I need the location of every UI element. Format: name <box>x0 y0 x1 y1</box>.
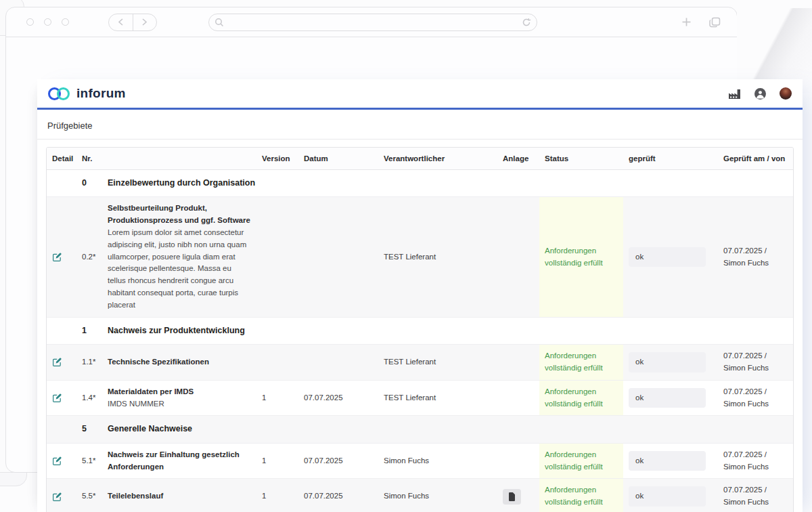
group-row: 5 Generelle Nachweise <box>47 416 794 443</box>
geprueft-input[interactable]: ok <box>629 388 706 408</box>
new-tab-button[interactable] <box>681 17 692 27</box>
status-badge: Anforderungen vollständig erfüllt <box>539 197 623 317</box>
user-icon[interactable] <box>754 88 766 100</box>
logo-text: inforum <box>76 86 126 101</box>
status-badge: Anforderungen vollständig erfüllt <box>539 479 623 512</box>
row-title: Technische Spezifikationen <box>108 356 251 368</box>
col-nr: Nr. <box>76 148 102 170</box>
row-description: IMDS NUMMER <box>108 398 251 410</box>
table-row: 1.4* Materialdaten per IMDS IMDS NUMMER … <box>47 380 794 416</box>
col-geprueft: geprüft <box>623 148 718 170</box>
geprueft-input[interactable]: ok <box>629 451 706 471</box>
col-verantwortlicher: Verantwortlicher <box>378 148 497 170</box>
col-geprueft-am-von: Geprüft am / von <box>718 148 794 170</box>
maximize-window-icon[interactable] <box>62 18 69 26</box>
verantwortlicher-cell: Simon Fuchs <box>378 479 497 512</box>
verantwortlicher-cell: TEST Lieferant <box>378 345 497 381</box>
verantwortlicher-cell: TEST Lieferant <box>378 380 497 416</box>
window-controls[interactable] <box>26 18 69 26</box>
col-status: Status <box>539 148 623 170</box>
status-badge: Anforderungen vollständig erfüllt <box>539 443 623 479</box>
app-header: inforum <box>37 79 803 110</box>
table-header-row: Detail Nr. Version Datum Verantwortliche… <box>47 148 794 170</box>
browser-toolbar <box>6 7 737 37</box>
group-row: 0 Einzelbewertung durch Organisation <box>47 170 794 197</box>
col-datum: Datum <box>298 148 378 170</box>
row-title: Nachweis zur Einhaltung gesetzlich Anfor… <box>108 449 251 473</box>
logo-infinity-icon <box>57 87 70 100</box>
search-icon <box>215 18 224 27</box>
pruefgebiete-section-title: Prüfgebiete <box>37 110 803 140</box>
table-row: 5.5* Teilelebenslauf 1 07.07.2025 Simon … <box>47 479 794 512</box>
col-version: Version <box>256 148 298 170</box>
avatar[interactable] <box>780 87 792 100</box>
row-description: Lorem ipsum dolor sit amet consectetur a… <box>108 227 251 312</box>
col-anlage: Anlage <box>497 148 539 170</box>
inforum-logo[interactable]: inforum <box>48 86 126 101</box>
row-title: Teilelebenslauf <box>108 490 251 503</box>
geprueft-am-von-cell: 07.07.2025 / Simon Fuchs <box>718 479 794 512</box>
geprueft-input[interactable]: ok <box>629 352 706 372</box>
close-window-icon[interactable] <box>26 18 34 26</box>
row-title: Selbstbeurteilung Produkt, Produktionspr… <box>108 202 251 227</box>
reload-icon[interactable] <box>522 18 531 27</box>
status-badge: Anforderungen vollständig erfüllt <box>539 345 623 381</box>
table-row: 0.2* Selbstbeurteilung Produkt, Produkti… <box>47 197 794 317</box>
detail-edit-button[interactable] <box>52 357 62 367</box>
document-icon <box>509 492 516 501</box>
row-title: Materialdaten per IMDS <box>108 386 251 398</box>
geprueft-am-von-cell: 07.07.2025 / Simon Fuchs <box>718 443 794 479</box>
verantwortlicher-cell: TEST Lieferant <box>378 197 497 317</box>
pruefgebiete-table: Detail Nr. Version Datum Verantwortliche… <box>46 147 794 512</box>
table-row: 5.1* Nachweis zur Einhaltung gesetzlich … <box>47 443 794 479</box>
geprueft-am-von-cell: 07.07.2025 / Simon Fuchs <box>718 380 794 416</box>
geprueft-input[interactable]: ok <box>629 486 706 507</box>
tabs-overview-button[interactable] <box>709 17 721 28</box>
detail-edit-button[interactable] <box>52 252 62 262</box>
col-detail: Detail <box>47 148 76 170</box>
detail-edit-button[interactable] <box>52 393 62 403</box>
address-bar[interactable] <box>208 14 537 31</box>
app-page: inforum Prüfgebiete Detail Nr. <box>37 79 803 512</box>
back-button[interactable] <box>109 14 133 30</box>
geprueft-input[interactable]: ok <box>629 247 706 268</box>
col-bezeichnung <box>102 148 256 170</box>
detail-edit-button[interactable] <box>52 492 62 502</box>
group-row: 1 Nachweis zur Produktentwicklung <box>47 317 794 344</box>
geprueft-am-von-cell: 07.07.2025 / Simon Fuchs <box>718 345 794 381</box>
geprueft-am-von-cell: 07.07.2025 / Simon Fuchs <box>718 197 794 317</box>
detail-edit-button[interactable] <box>52 456 62 466</box>
factory-icon[interactable] <box>728 89 741 99</box>
table-row: 1.1* Technische Spezifikationen TEST Lie… <box>47 345 794 381</box>
nav-buttons <box>108 14 157 31</box>
verantwortlicher-cell: Simon Fuchs <box>378 443 497 479</box>
anlage-document-button[interactable] <box>503 489 521 505</box>
forward-button[interactable] <box>133 14 157 30</box>
status-badge: Anforderungen vollständig erfüllt <box>539 380 623 416</box>
minimize-window-icon[interactable] <box>44 18 51 26</box>
